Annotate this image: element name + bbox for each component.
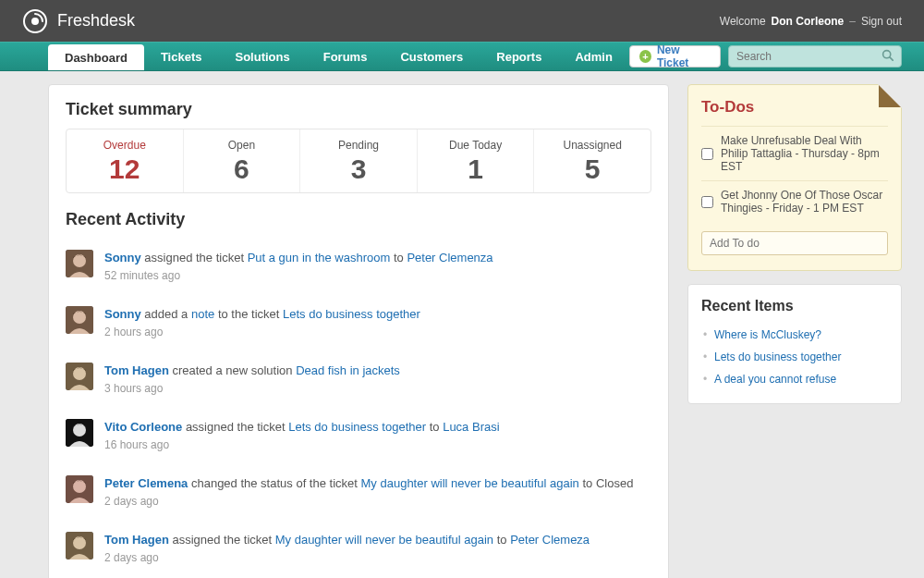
nav-tab-reports[interactable]: Reports xyxy=(480,43,558,70)
activity-item: Peter Clemena changed the status of the … xyxy=(66,464,651,521)
activity-actor[interactable]: Tom Hagen xyxy=(104,363,169,377)
activity-text: created a new solution xyxy=(169,363,296,377)
recent-items-heading: Recent Items xyxy=(701,298,888,314)
page-body: Ticket summary Overdue12Open6Pending3Due… xyxy=(0,71,924,578)
avatar[interactable] xyxy=(66,250,93,277)
summary-unassigned[interactable]: Unassigned5 xyxy=(534,129,650,192)
activity-text: assigned the ticket xyxy=(182,420,288,434)
recent-item: A deal you cannot refuse xyxy=(701,368,888,390)
avatar[interactable] xyxy=(66,306,93,334)
nav-tab-solutions[interactable]: Solutions xyxy=(218,43,306,70)
activity-text: changed the status of the ticket xyxy=(188,476,360,490)
summary-overdue[interactable]: Overdue12 xyxy=(67,129,184,192)
current-user[interactable]: Don Corleone xyxy=(772,15,845,28)
activity-link[interactable]: note xyxy=(191,307,214,321)
summary-label: Unassigned xyxy=(534,139,650,152)
activity-time: 2 days ago xyxy=(104,550,651,566)
activity-actor[interactable]: Tom Hagen xyxy=(104,533,169,547)
nav-actions: + New Ticket xyxy=(629,43,902,70)
activity-body: Tom Hagen assigned the ticket My daughte… xyxy=(104,532,651,566)
summary-value: 1 xyxy=(418,154,534,185)
summary-value: 3 xyxy=(300,154,417,185)
topbar: Freshdesk Welcome Don Corleone – Sign ou… xyxy=(0,0,924,42)
brand[interactable]: Freshdesk xyxy=(22,8,135,34)
activity-link[interactable]: My daughter will never be beautiful agai… xyxy=(361,476,579,490)
activity-link[interactable]: Put a gun in the washroom xyxy=(248,251,391,264)
recent-item-link[interactable]: Lets do business together xyxy=(714,350,841,363)
separator: – xyxy=(849,15,856,28)
activity-item: Vito Corleone assigned the ticket Lets d… xyxy=(66,408,651,464)
svg-point-1 xyxy=(31,18,39,25)
activity-text: to xyxy=(426,420,443,434)
sign-out-link[interactable]: Sign out xyxy=(861,15,902,28)
search-input[interactable] xyxy=(736,50,881,63)
summary-value: 5 xyxy=(534,154,650,185)
avatar[interactable] xyxy=(66,532,93,560)
topbar-user: Welcome Don Corleone – Sign out xyxy=(720,15,902,28)
todo-checkbox[interactable] xyxy=(701,190,713,215)
activity-text: assigned the ticket xyxy=(169,533,275,547)
activity-link[interactable]: Lets do business together xyxy=(283,307,420,321)
nav-tab-admin[interactable]: Admin xyxy=(558,43,628,70)
summary-due-today[interactable]: Due Today1 xyxy=(418,129,535,192)
freshdesk-logo-icon xyxy=(22,8,48,34)
search-icon[interactable] xyxy=(881,49,894,64)
todo-text: Make Unrefusable Deal With Philip Tattag… xyxy=(721,134,888,173)
activity-link[interactable]: Luca Brasi xyxy=(443,420,499,434)
activity-actor[interactable]: Vito Corleone xyxy=(104,420,182,434)
activity-list: Sonny assigned the ticket Put a gun in t… xyxy=(66,239,651,578)
summary-open[interactable]: Open6 xyxy=(184,129,301,192)
activity-text: assigned the ticket xyxy=(141,251,248,264)
recent-item-link[interactable]: Where is McCluskey? xyxy=(714,328,821,341)
activity-item: Sonny added a note to the ticket Lets do… xyxy=(66,295,651,351)
todos-heading: To-Dos xyxy=(701,98,888,117)
avatar[interactable] xyxy=(66,475,93,503)
activity-time: 2 days ago xyxy=(104,494,651,510)
todo-text: Get Jhonny One Of Those Oscar Thingies -… xyxy=(721,189,888,215)
activity-link[interactable]: Peter Clemeza xyxy=(510,533,590,547)
nav-tab-tickets[interactable]: Tickets xyxy=(144,43,219,70)
activity-body: Peter Clemena changed the status of the … xyxy=(104,475,651,510)
main-nav: DashboardTicketsSolutionsForumsCustomers… xyxy=(0,42,924,71)
activity-actor[interactable]: Peter Clemena xyxy=(104,476,188,490)
welcome-label: Welcome xyxy=(720,15,766,28)
nav-tab-customers[interactable]: Customers xyxy=(383,43,480,70)
activity-time: 3 hours ago xyxy=(104,381,651,397)
summary-label: Open xyxy=(184,139,300,152)
nav-tab-dashboard[interactable]: Dashboard xyxy=(48,44,144,70)
todo-checkbox[interactable] xyxy=(701,135,713,173)
nav-tabs: DashboardTicketsSolutionsForumsCustomers… xyxy=(48,43,629,70)
ticket-summary-heading: Ticket summary xyxy=(66,100,651,119)
summary-label: Overdue xyxy=(67,139,183,152)
activity-actor[interactable]: Sonny xyxy=(104,307,141,321)
activity-time: 52 minutes ago xyxy=(104,268,651,284)
activity-time: 16 hours ago xyxy=(104,437,651,453)
new-ticket-button[interactable]: + New Ticket xyxy=(629,45,721,68)
summary-pending[interactable]: Pending3 xyxy=(300,129,418,192)
nav-tab-forums[interactable]: Forums xyxy=(307,43,384,70)
activity-link[interactable]: Peter Clemenza xyxy=(407,251,492,264)
summary-value: 6 xyxy=(184,154,300,185)
summary-value: 12 xyxy=(67,154,183,185)
recent-item: Where is McCluskey? xyxy=(701,324,888,346)
search-box[interactable] xyxy=(728,45,902,68)
svg-line-3 xyxy=(890,57,893,60)
add-todo-input[interactable] xyxy=(701,231,888,255)
avatar[interactable] xyxy=(66,363,93,390)
activity-time: 2 hours ago xyxy=(104,325,651,340)
activity-link[interactable]: Dead fish in jackets xyxy=(296,363,400,377)
activity-item: Sonny assigned the ticket Put a gun in t… xyxy=(66,239,651,295)
recent-activity-heading: Recent Activity xyxy=(66,210,651,229)
activity-link[interactable]: My daughter will never be beautiful agai… xyxy=(275,533,493,547)
activity-link[interactable]: Lets do business together xyxy=(288,420,426,434)
activity-body: Tom Hagen created a new solution Dead fi… xyxy=(104,363,651,397)
activity-body: Sonny assigned the ticket Put a gun in t… xyxy=(104,250,651,284)
activity-text: to xyxy=(390,251,407,264)
brand-name: Freshdesk xyxy=(57,11,135,31)
activity-actor[interactable]: Sonny xyxy=(104,251,141,264)
avatar[interactable] xyxy=(66,419,93,447)
activity-item: Tom Hagen created a new solution Dead fi… xyxy=(66,351,651,408)
recent-item-link[interactable]: A deal you cannot refuse xyxy=(714,373,836,386)
activity-body: Sonny added a note to the ticket Lets do… xyxy=(104,306,651,340)
todo-item: Make Unrefusable Deal With Philip Tattag… xyxy=(701,126,888,180)
